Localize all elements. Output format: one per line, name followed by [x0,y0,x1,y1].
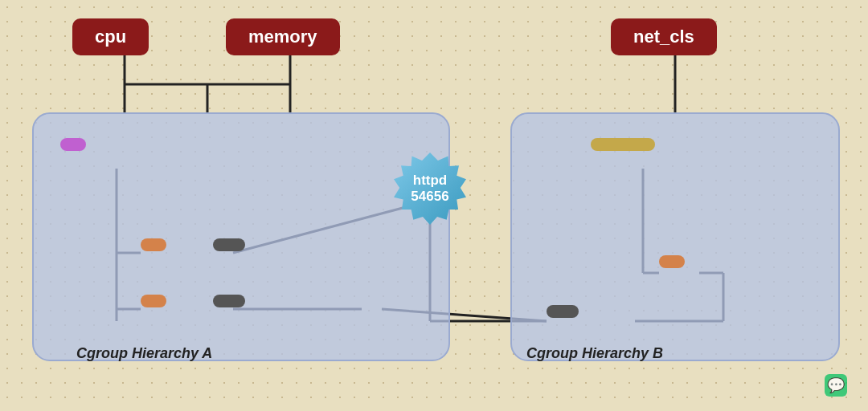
hierarchy-a-box [32,112,450,361]
diagram-scene: cpu memory net_cls httpd 54656 Cgroup Hi… [0,0,868,411]
tasks-b-node [547,305,579,318]
netcls-node: net_cls [611,18,717,55]
wechat-icon: 💬 [825,374,847,397]
hierarchy-a-label: Cgroup Hierarchy A [76,345,212,362]
cpu-node: cpu [72,18,149,55]
cg2-node [141,295,166,307]
hierarchy-b-label: Cgroup Hierarchy B [526,345,663,362]
httpd-pid: 54656 [411,189,448,205]
watermark: 💬 [825,374,852,397]
hierarchy-b-box [510,112,840,361]
httpd-label: httpd [413,173,447,189]
cg3-node [659,255,685,268]
net-node [591,138,655,151]
tasks2-node [213,295,245,307]
tasks1-node [213,238,245,251]
cpu-mem-cg-node [60,138,86,151]
cg1-node [141,238,166,251]
memory-node: memory [226,18,340,55]
